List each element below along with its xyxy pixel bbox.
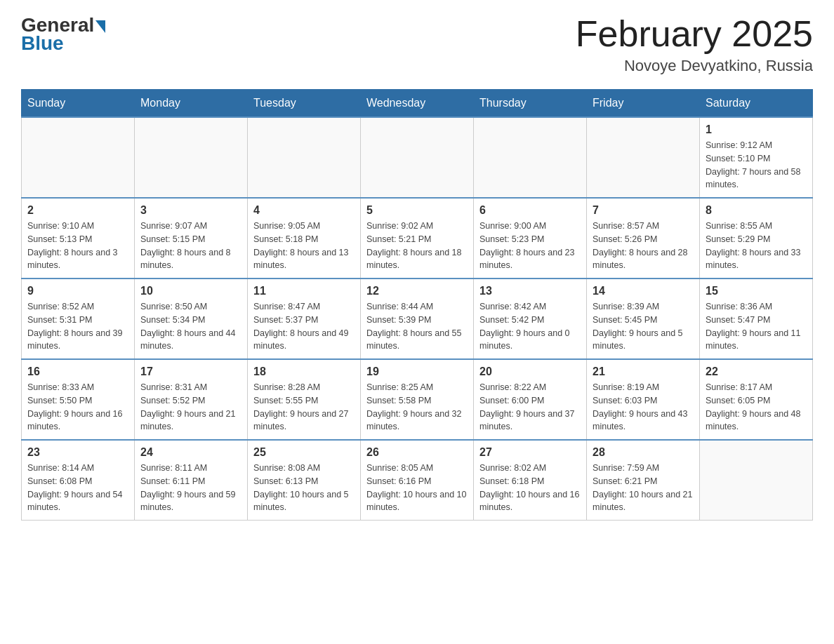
day-number: 14 — [593, 285, 694, 297]
day-info: Sunrise: 8:47 AMSunset: 5:37 PMDaylight:… — [253, 300, 355, 353]
header-day-thursday: Thursday — [474, 90, 587, 118]
calendar-cell: 16Sunrise: 8:33 AMSunset: 5:50 PMDayligh… — [22, 359, 135, 440]
day-info: Sunrise: 8:36 AMSunset: 5:47 PMDaylight:… — [706, 300, 807, 353]
week-row-5: 23Sunrise: 8:14 AMSunset: 6:08 PMDayligh… — [22, 440, 813, 521]
day-number: 11 — [253, 285, 355, 297]
calendar-body: 1Sunrise: 9:12 AMSunset: 5:10 PMDaylight… — [22, 117, 813, 521]
day-info: Sunrise: 8:55 AMSunset: 5:29 PMDaylight:… — [706, 220, 807, 272]
calendar-cell — [361, 117, 474, 198]
day-info: Sunrise: 8:31 AMSunset: 5:52 PMDaylight:… — [140, 381, 241, 434]
day-number: 1 — [706, 123, 807, 136]
day-info: Sunrise: 8:33 AMSunset: 5:50 PMDaylight:… — [27, 381, 128, 434]
calendar-cell: 2Sunrise: 9:10 AMSunset: 5:13 PMDaylight… — [22, 198, 135, 279]
day-info: Sunrise: 7:59 AMSunset: 6:21 PMDaylight:… — [593, 462, 694, 514]
day-info: Sunrise: 8:02 AMSunset: 6:18 PMDaylight:… — [479, 462, 581, 514]
calendar-cell: 3Sunrise: 9:07 AMSunset: 5:15 PMDaylight… — [135, 198, 248, 279]
day-info: Sunrise: 8:25 AMSunset: 5:58 PMDaylight:… — [366, 381, 468, 434]
day-info: Sunrise: 9:12 AMSunset: 5:10 PMDaylight:… — [706, 139, 807, 192]
day-number: 12 — [366, 285, 468, 297]
calendar-cell: 24Sunrise: 8:11 AMSunset: 6:11 PMDayligh… — [135, 440, 248, 521]
day-number: 27 — [479, 446, 581, 459]
day-info: Sunrise: 8:14 AMSunset: 6:08 PMDaylight:… — [27, 462, 128, 514]
week-row-1: 1Sunrise: 9:12 AMSunset: 5:10 PMDaylight… — [22, 117, 813, 198]
day-info: Sunrise: 8:28 AMSunset: 5:55 PMDaylight:… — [253, 381, 355, 434]
day-info: Sunrise: 9:02 AMSunset: 5:21 PMDaylight:… — [366, 220, 468, 272]
calendar-cell: 22Sunrise: 8:17 AMSunset: 6:05 PMDayligh… — [700, 359, 813, 440]
logo: General Blue — [21, 14, 105, 55]
page-title: February 2025 — [576, 14, 813, 54]
calendar-cell: 5Sunrise: 9:02 AMSunset: 5:21 PMDaylight… — [361, 198, 474, 279]
calendar-cell: 13Sunrise: 8:42 AMSunset: 5:42 PMDayligh… — [474, 279, 587, 359]
header-day-saturday: Saturday — [700, 90, 813, 118]
day-info: Sunrise: 8:05 AMSunset: 6:16 PMDaylight:… — [366, 462, 468, 514]
day-number: 22 — [706, 365, 807, 378]
day-number: 25 — [253, 446, 355, 459]
calendar-cell: 10Sunrise: 8:50 AMSunset: 5:34 PMDayligh… — [135, 279, 248, 359]
day-number: 8 — [706, 204, 807, 217]
day-number: 3 — [140, 204, 241, 217]
page-header: General Blue February 2025 Novoye Devyat… — [21, 14, 813, 75]
calendar-cell: 17Sunrise: 8:31 AMSunset: 5:52 PMDayligh… — [135, 359, 248, 440]
day-info: Sunrise: 8:52 AMSunset: 5:31 PMDaylight:… — [27, 300, 128, 353]
day-info: Sunrise: 9:10 AMSunset: 5:13 PMDaylight:… — [27, 220, 128, 272]
day-number: 9 — [27, 285, 128, 297]
day-info: Sunrise: 8:22 AMSunset: 6:00 PMDaylight:… — [479, 381, 581, 434]
day-number: 23 — [27, 446, 128, 459]
day-info: Sunrise: 8:57 AMSunset: 5:26 PMDaylight:… — [593, 220, 694, 272]
header-day-tuesday: Tuesday — [248, 90, 361, 118]
day-number: 16 — [27, 365, 128, 378]
week-row-4: 16Sunrise: 8:33 AMSunset: 5:50 PMDayligh… — [22, 359, 813, 440]
day-info: Sunrise: 8:08 AMSunset: 6:13 PMDaylight:… — [253, 462, 355, 514]
day-number: 17 — [140, 365, 241, 378]
calendar-cell: 9Sunrise: 8:52 AMSunset: 5:31 PMDaylight… — [22, 279, 135, 359]
calendar-cell: 28Sunrise: 7:59 AMSunset: 6:21 PMDayligh… — [587, 440, 700, 521]
day-info: Sunrise: 8:17 AMSunset: 6:05 PMDaylight:… — [706, 381, 807, 434]
calendar-cell: 8Sunrise: 8:55 AMSunset: 5:29 PMDaylight… — [700, 198, 813, 279]
day-info: Sunrise: 8:42 AMSunset: 5:42 PMDaylight:… — [479, 300, 581, 353]
calendar-table: SundayMondayTuesdayWednesdayThursdayFrid… — [21, 89, 813, 521]
day-info: Sunrise: 8:11 AMSunset: 6:11 PMDaylight:… — [140, 462, 241, 514]
day-number: 5 — [366, 204, 468, 217]
day-info: Sunrise: 9:07 AMSunset: 5:15 PMDaylight:… — [140, 220, 241, 272]
day-number: 4 — [253, 204, 355, 217]
calendar-cell: 7Sunrise: 8:57 AMSunset: 5:26 PMDaylight… — [587, 198, 700, 279]
calendar-cell: 18Sunrise: 8:28 AMSunset: 5:55 PMDayligh… — [248, 359, 361, 440]
calendar-cell: 15Sunrise: 8:36 AMSunset: 5:47 PMDayligh… — [700, 279, 813, 359]
calendar-cell: 14Sunrise: 8:39 AMSunset: 5:45 PMDayligh… — [587, 279, 700, 359]
title-block: February 2025 Novoye Devyatkino, Russia — [576, 14, 813, 75]
day-number: 6 — [479, 204, 581, 217]
day-number: 26 — [366, 446, 468, 459]
logo-arrow-icon — [95, 20, 105, 33]
day-info: Sunrise: 8:50 AMSunset: 5:34 PMDaylight:… — [140, 300, 241, 353]
calendar-cell: 12Sunrise: 8:44 AMSunset: 5:39 PMDayligh… — [361, 279, 474, 359]
calendar-cell — [248, 117, 361, 198]
calendar-header: SundayMondayTuesdayWednesdayThursdayFrid… — [22, 90, 813, 118]
logo-blue-text: Blue — [21, 32, 64, 55]
calendar-cell: 6Sunrise: 9:00 AMSunset: 5:23 PMDaylight… — [474, 198, 587, 279]
day-info: Sunrise: 9:05 AMSunset: 5:18 PMDaylight:… — [253, 220, 355, 272]
header-day-sunday: Sunday — [22, 90, 135, 118]
day-number: 24 — [140, 446, 241, 459]
calendar-cell: 4Sunrise: 9:05 AMSunset: 5:18 PMDaylight… — [248, 198, 361, 279]
day-number: 13 — [479, 285, 581, 297]
day-info: Sunrise: 8:39 AMSunset: 5:45 PMDaylight:… — [593, 300, 694, 353]
day-number: 21 — [593, 365, 694, 378]
calendar-cell — [587, 117, 700, 198]
week-row-2: 2Sunrise: 9:10 AMSunset: 5:13 PMDaylight… — [22, 198, 813, 279]
day-number: 7 — [593, 204, 694, 217]
header-day-wednesday: Wednesday — [361, 90, 474, 118]
calendar-cell: 1Sunrise: 9:12 AMSunset: 5:10 PMDaylight… — [700, 117, 813, 198]
day-info: Sunrise: 8:19 AMSunset: 6:03 PMDaylight:… — [593, 381, 694, 434]
day-info: Sunrise: 9:00 AMSunset: 5:23 PMDaylight:… — [479, 220, 581, 272]
day-number: 18 — [253, 365, 355, 378]
header-day-monday: Monday — [135, 90, 248, 118]
calendar-cell: 27Sunrise: 8:02 AMSunset: 6:18 PMDayligh… — [474, 440, 587, 521]
day-number: 28 — [593, 446, 694, 459]
calendar-cell: 25Sunrise: 8:08 AMSunset: 6:13 PMDayligh… — [248, 440, 361, 521]
day-number: 10 — [140, 285, 241, 297]
day-info: Sunrise: 8:44 AMSunset: 5:39 PMDaylight:… — [366, 300, 468, 353]
calendar-cell — [135, 117, 248, 198]
calendar-cell: 19Sunrise: 8:25 AMSunset: 5:58 PMDayligh… — [361, 359, 474, 440]
calendar-cell: 20Sunrise: 8:22 AMSunset: 6:00 PMDayligh… — [474, 359, 587, 440]
header-row: SundayMondayTuesdayWednesdayThursdayFrid… — [22, 90, 813, 118]
